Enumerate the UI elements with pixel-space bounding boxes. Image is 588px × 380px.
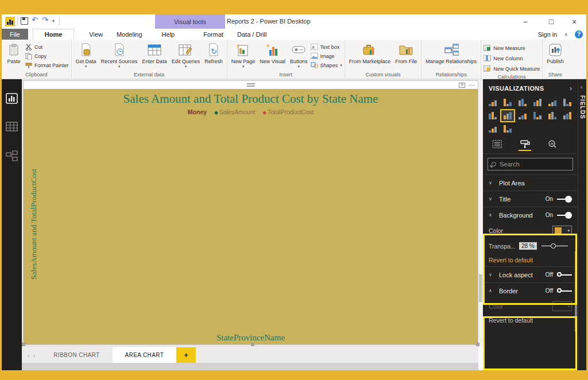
from-marketplace-button[interactable]: From Marketplace (347, 41, 393, 65)
page-prev-icon[interactable]: ‹ (28, 352, 30, 359)
from-file-button[interactable]: From File (393, 41, 419, 65)
subtab-analytics[interactable] (546, 140, 559, 151)
panel-scrollbar[interactable] (575, 251, 577, 332)
resize-handle[interactable] (22, 343, 25, 346)
expand-fields-icon[interactable]: ‹ (581, 84, 582, 90)
scrollbar-thumb[interactable] (479, 274, 482, 302)
clustered-column-chart-icon[interactable] (530, 96, 545, 109)
canvas-scrollbar[interactable] (478, 79, 483, 347)
maximize-button[interactable]: □ (542, 14, 560, 29)
image-button[interactable]: Image (311, 52, 342, 60)
report-view-icon[interactable] (6, 93, 18, 104)
publish-icon (548, 42, 563, 57)
collapse-panel-icon[interactable]: › (570, 84, 572, 92)
section-lock-aspect[interactable]: ∨Lock aspect Off (483, 266, 578, 282)
enter-data-button[interactable]: Enter Data (141, 41, 169, 65)
legend-item-salesamount[interactable]: SalesAmount (219, 108, 255, 115)
tab-file[interactable]: File (2, 29, 28, 40)
quick-access-dropdown-icon[interactable]: ▾ (52, 18, 55, 24)
cut-button[interactable]: Cut (25, 42, 69, 51)
stacked-bar-chart-icon[interactable] (485, 96, 500, 109)
close-button[interactable]: × (565, 14, 583, 29)
resize-handle[interactable] (476, 343, 479, 346)
drag-handle-icon[interactable] (247, 83, 255, 87)
background-toggle[interactable] (557, 212, 572, 219)
collapse-ribbon-icon[interactable]: ∧ (564, 32, 568, 37)
page-next-icon[interactable]: › (33, 352, 36, 359)
help-icon[interactable]: ? (575, 30, 583, 38)
window-title: Reports 2 - Power BI Desktop (227, 18, 311, 25)
new-column-button[interactable]: New Column (483, 54, 540, 63)
minimize-button[interactable]: – (516, 14, 535, 29)
line-and-clustered-column-chart-icon[interactable] (545, 109, 560, 122)
border-revert-link[interactable]: Revert to default (489, 314, 572, 327)
buttons-button[interactable]: Buttons▾ (288, 41, 310, 70)
new-measure-button[interactable]: New Measure (483, 44, 540, 52)
title-toggle[interactable] (557, 196, 572, 203)
area-chart-visual[interactable]: ⋯ Sales Amount and Total Product Cost by… (23, 80, 478, 345)
search-input[interactable]: Search (488, 158, 573, 170)
ribbon-chart-icon[interactable] (560, 109, 575, 122)
stacked-column-chart-icon[interactable] (500, 96, 515, 109)
save-icon[interactable] (21, 17, 28, 25)
new-visual-button[interactable]: ✷ New Visual (258, 41, 287, 65)
focus-mode-icon[interactable] (459, 83, 465, 88)
copy-button[interactable]: Copy (25, 52, 69, 60)
section-border[interactable]: ∧Border Off Color ▾ Revert to default (483, 282, 578, 327)
transparency-slider[interactable] (541, 243, 568, 250)
fields-panel-collapsed[interactable]: ‹ FIELDS (578, 79, 586, 370)
new-page-button[interactable]: ✷ New Page▾ (230, 41, 257, 70)
format-painter-button[interactable]: Format Painter (25, 61, 69, 69)
redo-icon[interactable]: ↷ (42, 15, 48, 24)
sign-in-link[interactable]: Sign in (538, 31, 558, 38)
tab-help[interactable]: Help (155, 29, 182, 40)
resize-handle[interactable] (251, 343, 254, 346)
tab-modeling[interactable]: Modeling (110, 29, 149, 40)
tab-format[interactable]: Format (196, 29, 230, 40)
transparency-value[interactable]: 28 % (519, 242, 537, 250)
edit-queries-button[interactable]: Edit Queries▾ (170, 41, 202, 70)
page-tab-area-chart[interactable]: AREA CHART (113, 347, 177, 363)
100-stacked-bar-chart-icon[interactable] (545, 96, 560, 109)
new-page-tab-button[interactable]: + (176, 347, 196, 363)
subtab-fields[interactable] (491, 140, 504, 151)
line-chart-icon[interactable] (485, 109, 500, 122)
tab-view[interactable]: View (82, 29, 110, 40)
model-view-icon[interactable] (6, 150, 18, 161)
slider-knob[interactable] (551, 243, 556, 249)
new-quick-measure-button[interactable]: New Quick Measure (483, 64, 540, 73)
background-revert-link[interactable]: Revert to default (489, 254, 572, 266)
100-stacked-column-chart-icon[interactable] (560, 96, 575, 109)
border-toggle[interactable] (557, 288, 572, 294)
get-data-button[interactable]: Get Data▾ (74, 41, 98, 70)
section-title[interactable]: ∨Title On (483, 191, 578, 207)
tab-home[interactable]: Home (33, 29, 75, 40)
data-view-icon[interactable] (6, 122, 18, 133)
waterfall-chart-icon[interactable] (485, 122, 500, 135)
subtab-format[interactable] (519, 140, 531, 151)
line-and-stacked-column-chart-icon[interactable] (530, 109, 545, 122)
background-color-picker[interactable]: ▾ (552, 226, 572, 235)
area-chart-icon[interactable] (500, 109, 515, 122)
page-tab-ribbon-chart[interactable]: RIBBON CHART (41, 347, 112, 363)
refresh-button[interactable]: ↻ Refresh (203, 41, 225, 65)
visual-options-icon[interactable]: ⋯ (469, 82, 475, 89)
stacked-area-chart-icon[interactable] (515, 109, 530, 122)
manage-relationships-button[interactable]: Manage Relationships (424, 41, 478, 65)
scatter-chart-icon[interactable] (500, 122, 515, 135)
visualizations-panel-title: VISUALIZATIONS (489, 85, 544, 92)
tab-data-drill[interactable]: Data / Drill (230, 29, 273, 40)
legend-item-totalproductcost[interactable]: TotalProductCost (268, 108, 314, 115)
visual-drag-header[interactable]: ⋯ (24, 81, 478, 89)
paste-button[interactable]: Paste (4, 41, 24, 65)
clustered-bar-chart-icon[interactable] (515, 96, 530, 109)
text-box-button[interactable]: AText box (311, 42, 342, 51)
shapes-button[interactable]: Shapes▾ (311, 61, 342, 69)
lock-aspect-toggle[interactable] (557, 272, 572, 278)
undo-icon[interactable]: ↶ (32, 15, 38, 24)
section-plot-area[interactable]: ∨Plot Area (483, 175, 578, 191)
paste-icon (6, 42, 21, 57)
recent-sources-button[interactable]: Recent Sources▾ (99, 41, 140, 70)
section-background[interactable]: ∧Background On Color ▾ Transpa... 28 % R… (483, 207, 578, 266)
publish-button[interactable]: Publish (545, 41, 566, 65)
